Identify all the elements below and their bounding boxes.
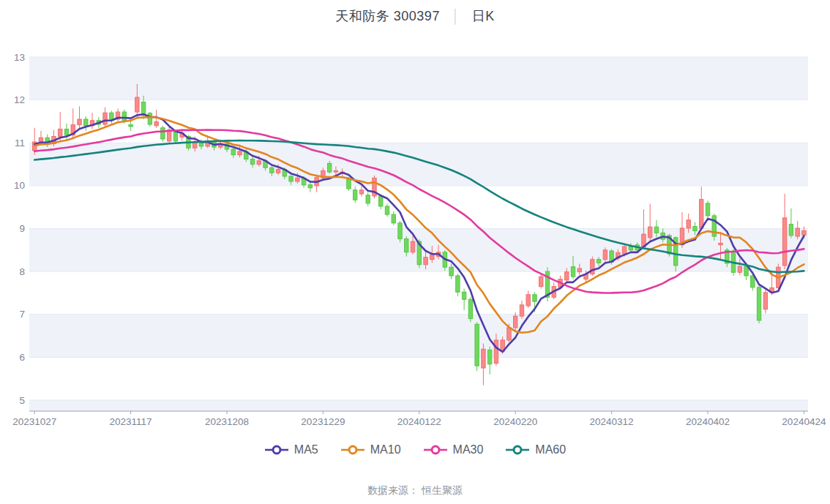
kline-chart[interactable]: 2023102720231117202312082023122920240122… [0,0,830,439]
legend-item-ma30[interactable]: MA30 [423,443,484,456]
ma-legend: MA5MA10MA30MA60 [0,443,830,456]
svg-text:10: 10 [14,180,25,191]
svg-text:6: 6 [19,352,25,363]
svg-text:8: 8 [19,266,25,277]
legend-label-ma10: MA10 [370,443,401,456]
svg-text:20231027: 20231027 [12,416,56,427]
y-axis-labels: 5678910111213 [14,52,25,406]
svg-text:20240220: 20240220 [493,416,537,427]
legend-marker-ma5-icon [264,444,289,456]
svg-text:20240312: 20240312 [590,416,634,427]
legend-marker-ma30-icon [423,444,448,456]
svg-text:9: 9 [19,223,25,234]
svg-text:5: 5 [19,395,25,406]
legend-label-ma60: MA60 [535,443,566,456]
svg-text:20231229: 20231229 [301,416,345,427]
kline-page: 天和防务 300397│日K 2023102720231117202312082… [0,0,830,504]
legend-item-ma60[interactable]: MA60 [505,443,566,456]
x-axis-labels: 2023102720231117202312082023122920240122… [12,411,826,427]
svg-text:20240424: 20240424 [782,416,826,427]
data-source: 数据来源： 恒生聚源 [0,484,830,497]
svg-text:20231208: 20231208 [205,416,249,427]
svg-text:11: 11 [15,138,25,148]
svg-text:12: 12 [14,94,25,105]
svg-text:20231117: 20231117 [110,416,152,427]
legend-marker-ma10-icon [340,444,365,456]
svg-text:7: 7 [19,309,25,320]
plot-bands [29,57,808,411]
legend-label-ma5: MA5 [294,443,318,456]
chart-area: 2023102720231117202312082023122920240122… [0,0,830,442]
legend-item-ma10[interactable]: MA10 [340,443,401,456]
legend-marker-ma60-icon [505,444,530,456]
svg-text:20240122: 20240122 [397,416,441,427]
legend-item-ma5[interactable]: MA5 [264,443,318,456]
svg-text:20240402: 20240402 [686,416,730,427]
svg-text:13: 13 [14,52,25,63]
legend-label-ma30: MA30 [453,443,484,456]
